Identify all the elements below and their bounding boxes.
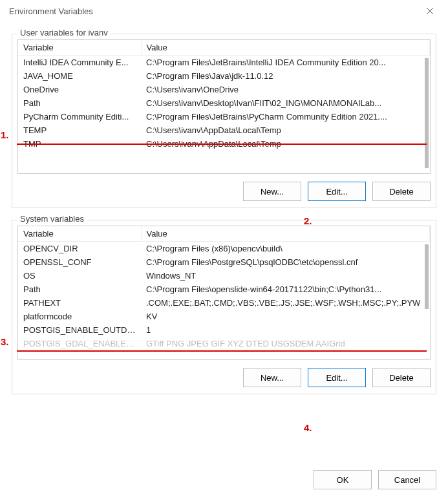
close-icon xyxy=(426,7,434,15)
close-button[interactable] xyxy=(417,2,443,20)
sys-table-wrap: Variable Value OPENCV_DIRC:\Program File… xyxy=(17,226,431,360)
system-variables-table[interactable]: Variable Value OPENCV_DIRC:\Program File… xyxy=(18,226,430,350)
table-row[interactable]: IntelliJ IDEA Community E...C:\Program F… xyxy=(18,56,430,70)
ok-button[interactable]: OK xyxy=(314,470,372,489)
table-row[interactable]: PyCharm Community Editi...C:\Program Fil… xyxy=(18,110,430,123)
user-delete-button[interactable]: Delete xyxy=(372,182,431,201)
table-row[interactable]: JAVA_HOMEC:\Program Files\Java\jdk-11.0.… xyxy=(18,69,430,83)
table-row[interactable]: platformcodeKV xyxy=(18,310,430,323)
col-header-value[interactable]: Value xyxy=(141,40,430,56)
table-row[interactable]: OSWindows_NT xyxy=(18,269,430,282)
titlebar: Environment Variables xyxy=(0,0,448,22)
col-header-variable[interactable]: Variable xyxy=(18,40,141,56)
table-row[interactable]: TMPC:\Users\ivanv\AppData\Local\Temp xyxy=(18,137,430,151)
col-header-variable[interactable]: Variable xyxy=(18,226,141,242)
col-header-value[interactable]: Value xyxy=(141,226,430,242)
annotation-4: 4. xyxy=(304,422,312,433)
table-row[interactable]: OneDriveC:\Users\ivanv\OneDrive xyxy=(18,83,430,96)
user-group-legend: User variables for ivanv xyxy=(17,28,111,37)
table-row[interactable]: OPENCV_DIRC:\Program Files (x86)\opencv\… xyxy=(18,242,430,256)
sys-delete-button[interactable]: Delete xyxy=(372,368,431,387)
table-row[interactable]: PathC:\Users\ivanv\Desktop\Ivan\FIIT\02_… xyxy=(18,96,430,110)
table-row[interactable]: OPENSSL_CONFC:\Program Files\PostgreSQL\… xyxy=(18,255,430,269)
cancel-button[interactable]: Cancel xyxy=(378,470,436,489)
window-title: Environment Variables xyxy=(9,6,93,16)
table-row[interactable]: PATHEXT.COM;.EXE;.BAT;.CMD;.VBS;.VBE;.JS… xyxy=(18,296,430,310)
user-variables-table[interactable]: Variable Value IntelliJ IDEA Community E… xyxy=(18,40,430,151)
user-edit-button[interactable]: Edit... xyxy=(308,182,366,201)
table-row[interactable]: PathC:\Program Files\openslide-win64-201… xyxy=(18,282,430,296)
user-table-wrap: Variable Value IntelliJ IDEA Community E… xyxy=(17,39,431,174)
table-row[interactable]: TEMPC:\Users\ivanv\AppData\Local\Temp xyxy=(18,123,430,137)
user-variables-group: User variables for ivanv Variable Value … xyxy=(12,34,436,208)
sys-new-button[interactable]: New... xyxy=(243,368,301,387)
table-row[interactable]: POSTGIS_GDAL_ENABLED...GTiff PNG JPEG GI… xyxy=(18,337,430,350)
user-new-button[interactable]: New... xyxy=(243,182,301,201)
scrollbar[interactable] xyxy=(425,244,429,309)
sys-group-legend: System variables xyxy=(17,214,87,224)
sys-edit-button[interactable]: Edit... xyxy=(308,368,366,387)
table-row[interactable]: POSTGIS_ENABLE_OUTDB_...1 xyxy=(18,323,430,337)
scrollbar[interactable] xyxy=(425,58,429,168)
system-variables-group: System variables Variable Value OPENCV_D… xyxy=(12,220,436,394)
